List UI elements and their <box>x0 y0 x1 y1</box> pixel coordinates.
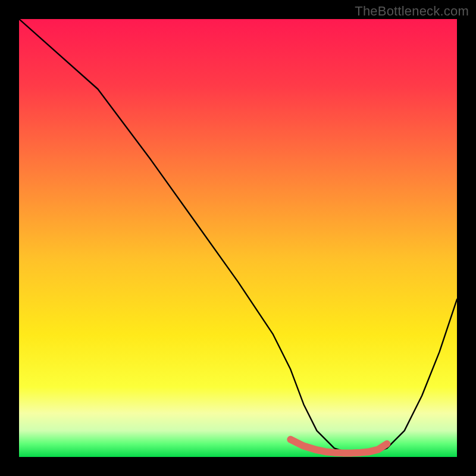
chart-frame <box>19 19 457 457</box>
watermark-text: TheBottleneck.com <box>355 4 469 19</box>
gradient-background <box>19 19 457 457</box>
bottleneck-chart <box>19 19 457 457</box>
